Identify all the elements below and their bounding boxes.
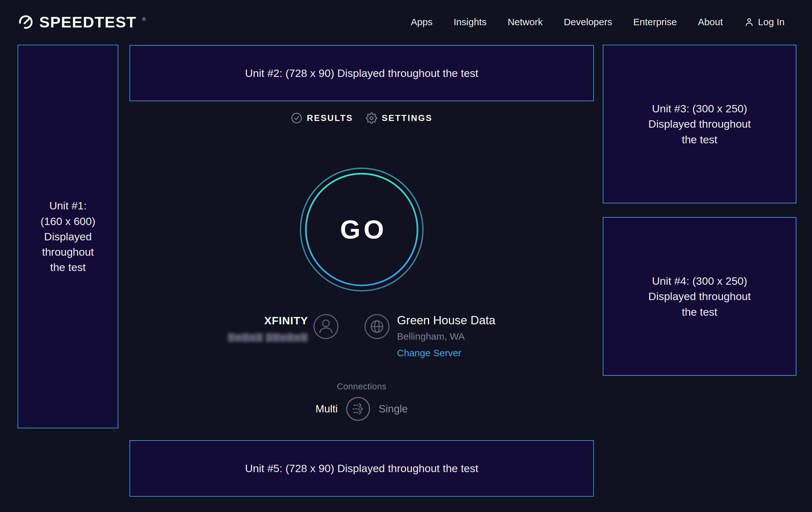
user-icon [744, 17, 754, 27]
connections-mode-single[interactable]: Single [379, 403, 408, 415]
page-root: SPEEDTEST ® Apps Insights Network Develo… [0, 0, 812, 512]
gear-icon [366, 112, 377, 124]
ad-unit-3[interactable]: Unit #3: (300 x 250) Displayed throughou… [603, 45, 796, 203]
nav-menu: Apps Insights Network Developers Enterpr… [411, 17, 785, 27]
go-button[interactable]: GO [299, 167, 424, 292]
nav-item-apps[interactable]: Apps [411, 17, 433, 27]
connections-toggle-button[interactable] [346, 397, 371, 421]
isp-redacted-text: ▇▆▇▆▇ ▇▇▆▇▆▇ [228, 332, 308, 342]
change-server-link[interactable]: Change Server [397, 348, 496, 358]
provider-row: XFINITY ▇▆▇▆▇ ▇▇▆▇▆▇ Green House Data Be… [129, 311, 594, 358]
check-circle-icon [291, 112, 302, 124]
server-globe-icon [364, 314, 390, 340]
logo-trademark: ® [142, 16, 146, 22]
ad-unit-2[interactable]: Unit #2: (728 x 90) Displayed throughout… [129, 45, 594, 101]
server-block: Green House Data Bellingham, WA Change S… [397, 311, 496, 358]
nav-item-insights[interactable]: Insights [454, 17, 486, 27]
tab-settings-label: SETTINGS [382, 113, 433, 123]
nav-item-network[interactable]: Network [508, 17, 543, 27]
isp-name: XFINITY [228, 315, 308, 327]
connections-mode-multi[interactable]: Multi [315, 403, 338, 415]
tab-settings[interactable]: SETTINGS [366, 112, 433, 124]
ad-unit-5[interactable]: Unit #5: (728 x 90) Displayed throughout… [129, 440, 594, 497]
server-name: Green House Data [397, 314, 496, 327]
tab-bar: RESULTS SETTINGS [129, 112, 594, 124]
login-button[interactable]: Log In [744, 17, 785, 27]
ad-unit-3-text: Unit #3: (300 x 250) Displayed throughou… [648, 101, 751, 147]
go-button-label: GO [299, 167, 424, 292]
login-label: Log In [758, 17, 785, 27]
isp-block: XFINITY ▇▆▇▆▇ ▇▇▆▇▆▇ [228, 311, 308, 342]
nav-item-developers[interactable]: Developers [564, 17, 612, 27]
ad-unit-4[interactable]: Unit #4: (300 x 250) Displayed throughou… [603, 217, 796, 376]
multi-arrows-icon [346, 397, 371, 421]
go-button-area: GO [129, 167, 594, 292]
ad-unit-1-text: Unit #1: (160 x 600) Displayed throughou… [40, 198, 95, 275]
ad-unit-5-text: Unit #5: (728 x 90) Displayed throughout… [245, 461, 478, 476]
tab-results[interactable]: RESULTS [291, 112, 353, 124]
nav-item-enterprise[interactable]: Enterprise [633, 17, 677, 27]
connections-label: Connections [129, 382, 594, 392]
ad-unit-1[interactable]: Unit #1: (160 x 600) Displayed throughou… [18, 45, 118, 428]
speedtest-logo[interactable]: SPEEDTEST ® [18, 13, 146, 31]
speedometer-gauge-icon [18, 14, 34, 30]
ad-unit-4-text: Unit #4: (300 x 250) Displayed throughou… [648, 273, 751, 320]
tab-results-label: RESULTS [307, 113, 353, 123]
server-location: Bellingham, WA [397, 331, 496, 342]
isp-user-icon [313, 314, 339, 340]
top-nav: SPEEDTEST ® Apps Insights Network Develo… [0, 0, 812, 44]
connections-toggle-row: Multi Single [129, 397, 594, 421]
ad-unit-2-text: Unit #2: (728 x 90) Displayed throughout… [245, 65, 478, 81]
nav-item-about[interactable]: About [698, 17, 723, 27]
logo-text: SPEEDTEST [39, 13, 137, 31]
